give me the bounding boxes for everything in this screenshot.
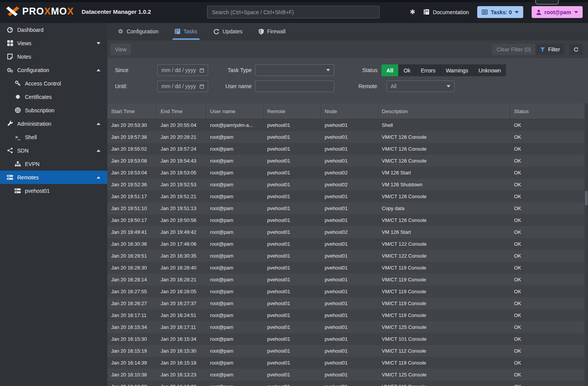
table-row[interactable]: Jan 20 16:15:19Jan 20 16:15:30root@pampv… (107, 345, 588, 357)
cell-start-time: Jan 20 16:26:27 (107, 297, 157, 309)
server-icon (7, 175, 13, 180)
since-date-input[interactable] (161, 67, 197, 73)
table-row[interactable]: Jan 20 16:27:55Jan 20 16:28:05root@pampv… (107, 286, 588, 297)
until-date-field[interactable] (157, 80, 208, 92)
appearance-icon[interactable]: ✱ (410, 8, 415, 16)
cell-user-name: root@pam!pdm-a... (206, 119, 263, 131)
cell-end-time: Jan 20 19:50:56 (157, 214, 206, 226)
tab-tasks[interactable]: Tasks (170, 23, 202, 40)
table-row[interactable]: Jan 20 20:53:30Jan 20 20:55:04root@pam!p… (107, 119, 588, 131)
table-row[interactable]: Jan 20 19:51:17Jan 20 19:51:21root@pampv… (107, 191, 588, 202)
cell-remote: pvehost01 (263, 238, 321, 250)
sidebar-item-shell[interactable]: >_ Shell (0, 130, 107, 144)
cell-remote: pvehost01 (263, 191, 321, 202)
tasks-button[interactable]: Tasks: 0 (477, 6, 523, 18)
user-menu-button[interactable]: root@pam (532, 6, 583, 18)
table-row[interactable]: Jan 20 19:57:38Jan 20 20:28:21root@pampv… (107, 131, 588, 143)
table-row[interactable]: Jan 20 16:30:36Jan 20 17:46:06root@pampv… (107, 238, 588, 250)
cell-node: pvehost01 (321, 309, 378, 321)
cell-node: pvehost01 (321, 202, 378, 214)
sidebar-item-sdn[interactable]: SDN (0, 144, 107, 157)
table-row[interactable]: Jan 20 16:10:08Jan 20 16:10:28root@pampv… (107, 381, 588, 386)
cell-end-time: Jan 20 16:24:51 (157, 309, 206, 321)
table-row[interactable]: Jan 20 19:55:02Jan 20 19:57:24root@pampv… (107, 143, 588, 155)
sidebar-item-remotes[interactable]: Remotes (0, 171, 107, 184)
tab-updates[interactable]: Updates (209, 23, 247, 40)
sidebar-item-notes[interactable]: Notes (0, 50, 107, 63)
cell-start-time: Jan 20 19:51:10 (107, 202, 157, 214)
cell-status: OK (510, 250, 588, 262)
cell-description: Shell (378, 119, 510, 131)
documentation-link[interactable]: Documentation (424, 9, 469, 15)
vertical-scrollbar[interactable] (585, 103, 588, 386)
table-row[interactable]: Jan 20 16:17:11Jan 20 16:24:51root@pampv… (107, 309, 588, 321)
task-type-select[interactable] (255, 64, 334, 76)
sidebar-item-evpn[interactable]: EVPN (0, 157, 107, 171)
tab-configuration[interactable]: ⚙ Configuration (113, 23, 163, 40)
cell-start-time: Jan 20 16:29:51 (107, 250, 157, 262)
table-row[interactable]: Jan 20 16:15:30Jan 20 16:15:34root@pampv… (107, 333, 588, 345)
cell-description: VM/CT 126 Console (378, 131, 510, 143)
column-header-description[interactable]: Description (378, 103, 510, 119)
sidebar-item-access-control[interactable]: Access Control (0, 77, 107, 90)
column-header-node[interactable]: Node (321, 103, 378, 119)
status-option-errors[interactable]: Errors (416, 64, 441, 76)
table-row[interactable]: Jan 20 16:28:30Jan 20 16:28:40root@pampv… (107, 262, 588, 274)
column-header-start-time[interactable]: Start Time (107, 103, 157, 119)
cell-node: pvehost02 (321, 226, 378, 238)
table-row[interactable]: Jan 20 16:10:38Jan 20 16:13:23root@pampv… (107, 369, 588, 381)
table-row[interactable]: Jan 20 19:53:04Jan 20 19:53:05root@pampv… (107, 167, 588, 179)
user-name-input[interactable] (259, 83, 330, 89)
search-input[interactable] (207, 6, 379, 18)
task-table: Start Time End Time User name Remote Nod… (107, 103, 588, 386)
until-date-input[interactable] (161, 83, 197, 89)
cell-end-time: Jan 20 20:28:21 (157, 131, 206, 143)
sidebar-item-subscription[interactable]: Subscription (0, 103, 107, 117)
table-row[interactable]: Jan 20 19:51:10Jan 20 19:51:13root@pampv… (107, 202, 588, 214)
scrollbar-thumb[interactable] (585, 191, 588, 205)
cell-node: pvehost01 (321, 238, 378, 250)
tab-firewall[interactable]: Firewall (254, 23, 290, 40)
status-option-warnings[interactable]: Warnings (441, 64, 474, 76)
clear-filter-button[interactable]: Clear Filter (0) (492, 44, 535, 55)
status-label: Status (362, 67, 378, 73)
status-option-ok[interactable]: Ok (399, 64, 416, 76)
cell-node: pvehost01 (321, 250, 378, 262)
table-row[interactable]: Jan 20 16:14:39Jan 20 16:15:18root@pampv… (107, 357, 588, 369)
since-date-field[interactable] (157, 64, 208, 76)
table-row[interactable]: Jan 20 19:52:36Jan 20 19:52:53root@pampv… (107, 179, 588, 191)
sidebar-item-dashboard[interactable]: Dashboard (0, 23, 107, 36)
sidebar-item-administration[interactable]: Administration (0, 117, 107, 130)
user-name-field[interactable] (255, 80, 334, 92)
filter-button[interactable]: Filter (535, 44, 565, 55)
cell-remote: pvehost01 (263, 333, 321, 345)
cell-remote: pvehost01 (263, 286, 321, 297)
column-header-user-name[interactable]: User name (206, 103, 263, 119)
table-row[interactable]: Jan 20 19:49:41Jan 20 19:49:42root@pampv… (107, 226, 588, 238)
table-row[interactable]: Jan 20 16:26:27Jan 20 16:27:37root@pampv… (107, 297, 588, 309)
column-header-end-time[interactable]: End Time (157, 103, 206, 119)
column-header-remote[interactable]: Remote (263, 103, 321, 119)
status-option-unknown[interactable]: Unknown (474, 64, 506, 76)
sidebar-item-label: Remotes (17, 174, 39, 181)
table-row[interactable]: Jan 20 16:28:14Jan 20 16:28:21root@pampv… (107, 274, 588, 286)
sidebar-item-configuration[interactable]: ⚙⚙ Configuration (0, 63, 107, 77)
cell-end-time: Jan 20 16:28:21 (157, 274, 206, 286)
cell-remote: pvehost01 (263, 202, 321, 214)
column-header-status[interactable]: Status (510, 103, 588, 119)
cell-user-name: root@pam (206, 321, 263, 333)
status-option-all[interactable]: All (381, 64, 399, 76)
sidebar-item-views[interactable]: Views (0, 36, 107, 50)
book-icon (175, 29, 180, 34)
sidebar-item-pvehost01[interactable]: pvehost01 (0, 184, 107, 197)
sidebar: Dashboard Views Notes ⚙⚙ Configuration A… (0, 23, 107, 386)
table-row[interactable]: Jan 20 19:50:17Jan 20 19:50:56root@pampv… (107, 214, 588, 226)
reload-button[interactable] (569, 44, 583, 55)
cell-start-time: Jan 20 19:50:17 (107, 214, 157, 226)
table-row[interactable]: Jan 20 16:15:34Jan 20 16:17:11root@pampv… (107, 321, 588, 333)
sidebar-item-certificates[interactable]: Certificates (0, 90, 107, 103)
view-button[interactable]: View (110, 44, 131, 55)
table-row[interactable]: Jan 20 16:29:51Jan 20 16:30:35root@pampv… (107, 250, 588, 262)
remote-select[interactable]: All (386, 80, 455, 92)
table-row[interactable]: Jan 20 19:53:08Jan 20 19:54:43root@pampv… (107, 155, 588, 167)
